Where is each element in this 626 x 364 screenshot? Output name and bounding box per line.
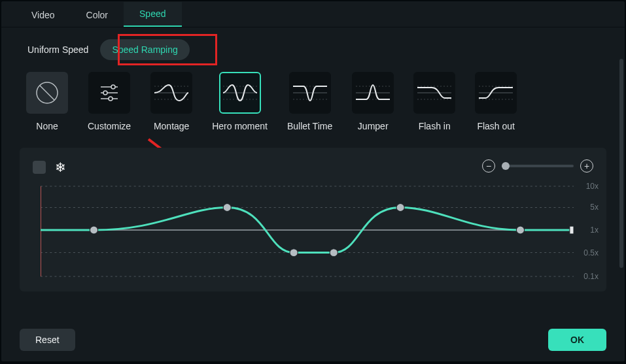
jumper-curve-icon — [355, 80, 391, 106]
speed-curve-graph[interactable]: 10x 5x 1x 0.5x 0.1x — [41, 183, 574, 280]
vertical-scrollbar[interactable] — [619, 59, 623, 268]
svg-point-34 — [223, 204, 231, 212]
y-axis-label: 0.1x — [583, 272, 599, 281]
preset-label: Hero moment — [212, 120, 268, 132]
y-axis-label: 5x — [590, 203, 599, 212]
speed-graph-area: ❄ − + — [20, 148, 606, 291]
svg-point-6 — [103, 91, 107, 95]
zoom-out-button[interactable]: − — [482, 159, 495, 173]
preset-label: Bullet Time — [287, 120, 332, 132]
y-axis-label: 0.5x — [583, 248, 599, 257]
svg-point-7 — [109, 97, 113, 101]
speed-panel: Video Color Speed Uniform Speed Speed Ra… — [1, 1, 625, 361]
flash-out-curve-icon — [478, 80, 514, 106]
hero-moment-curve-icon — [222, 80, 258, 106]
bullet-time-curve-icon — [292, 80, 328, 106]
preset-customize[interactable]: Customize — [88, 72, 131, 132]
tab-speed[interactable]: Speed — [124, 2, 181, 27]
y-axis-label: 1x — [590, 225, 599, 235]
reset-button[interactable]: Reset — [20, 329, 75, 351]
tab-color[interactable]: Color — [71, 3, 124, 27]
preset-label: Customize — [88, 120, 131, 132]
footer-buttons: Reset OK — [20, 329, 606, 351]
tab-video[interactable]: Video — [16, 3, 71, 27]
preset-flash-in[interactable]: Flash in — [413, 72, 455, 132]
preset-row: None Customize Montage Hero moment Bulle… — [1, 72, 625, 132]
zoom-slider[interactable] — [502, 165, 574, 167]
subtab-speed-ramping[interactable]: Speed Ramping — [100, 39, 189, 60]
preset-label: Montage — [154, 120, 189, 132]
subtab-uniform-speed[interactable]: Uniform Speed — [27, 44, 88, 55]
svg-point-33 — [90, 226, 97, 234]
preset-label: Flash out — [477, 120, 515, 132]
svg-line-1 — [40, 86, 54, 100]
svg-point-38 — [516, 226, 524, 234]
svg-rect-39 — [570, 226, 574, 234]
main-tabs: Video Color Speed — [1, 1, 625, 27]
preset-montage[interactable]: Montage — [150, 72, 192, 132]
none-icon — [34, 80, 60, 106]
keyframe-toggle[interactable] — [33, 161, 46, 174]
ok-button[interactable]: OK — [548, 329, 606, 351]
preset-label: None — [36, 120, 58, 132]
speed-subtabs: Uniform Speed Speed Ramping — [1, 27, 625, 72]
montage-curve-icon — [153, 80, 190, 106]
preset-label: Jumper — [358, 120, 389, 132]
flash-in-curve-icon — [416, 80, 453, 106]
preset-label: Flash in — [419, 120, 451, 132]
preset-flash-out[interactable]: Flash out — [475, 72, 517, 132]
svg-point-35 — [290, 249, 298, 257]
svg-point-5 — [111, 85, 115, 89]
zoom-in-button[interactable]: + — [580, 159, 593, 173]
svg-point-37 — [396, 204, 404, 212]
preset-bullet-time[interactable]: Bullet Time — [287, 72, 332, 132]
preset-jumper[interactable]: Jumper — [352, 72, 394, 132]
svg-point-36 — [330, 249, 338, 257]
freeze-frame-icon[interactable]: ❄ — [55, 159, 66, 175]
zoom-controls: − + — [482, 159, 593, 173]
preset-hero-moment[interactable]: Hero moment — [212, 72, 268, 132]
y-axis-label: 10x — [586, 182, 599, 191]
sliders-icon — [96, 79, 123, 107]
preset-none[interactable]: None — [26, 72, 68, 132]
